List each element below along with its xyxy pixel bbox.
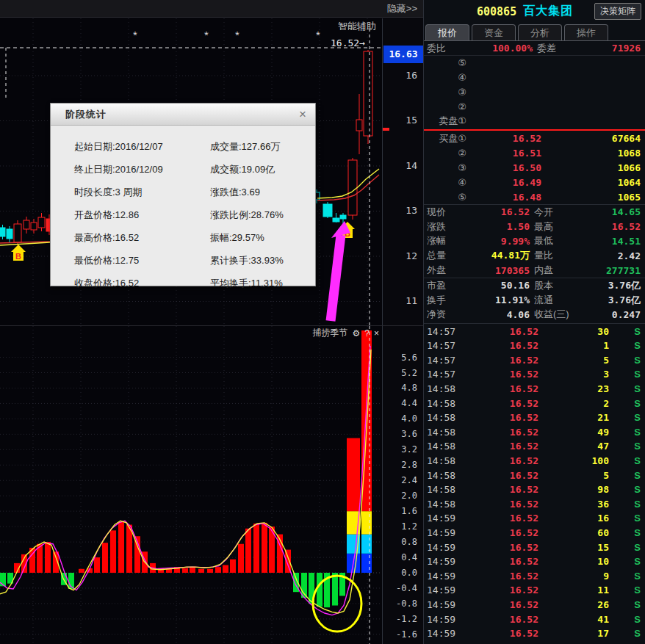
dialog-stat-right: 振幅:29.57% bbox=[210, 231, 264, 245]
stat-label: 涨跌 bbox=[427, 220, 462, 234]
trade-side: S bbox=[609, 556, 641, 567]
stat-label: 外盘 bbox=[427, 264, 462, 277]
trade-row[interactable]: 14:5916.5241S bbox=[424, 612, 645, 626]
trade-time: 14:58 bbox=[427, 470, 461, 481]
trade-time: 14:58 bbox=[427, 398, 461, 409]
trade-row[interactable]: 14:5916.5226S bbox=[424, 598, 645, 612]
dialog-stat-right: 涨跌值:3.69 bbox=[210, 186, 260, 199]
trade-volume: 36 bbox=[538, 499, 609, 510]
trade-row[interactable]: 14:5816.5223S bbox=[424, 382, 645, 397]
trade-row[interactable]: 14:5916.5260S bbox=[424, 526, 645, 540]
oscillator-axis-label: 1.6 bbox=[401, 506, 417, 516]
trade-row[interactable]: 14:5716.525S bbox=[424, 353, 645, 368]
trade-row[interactable]: 14:5816.522S bbox=[424, 396, 645, 410]
price-axis-label: 14 bbox=[406, 160, 417, 171]
trade-row[interactable]: 14:5716.521S bbox=[424, 339, 645, 353]
trade-price: 16.52 bbox=[461, 398, 538, 409]
trade-price: 16.52 bbox=[461, 556, 538, 567]
trade-row[interactable]: 14:5816.5247S bbox=[424, 439, 645, 454]
oscillator-axis-label: 0.8 bbox=[401, 537, 417, 547]
oscillator-panel[interactable]: 捕捞季节 ⚙ ? × bbox=[0, 325, 382, 644]
trade-volume: 11 bbox=[538, 585, 609, 596]
trade-row[interactable]: 14:5916.529S bbox=[424, 568, 645, 583]
stat-row: 总量44.81万量比2.42 bbox=[424, 248, 645, 263]
trade-row[interactable]: 14:5816.5221S bbox=[424, 410, 645, 425]
level-volume: 1065 bbox=[541, 192, 641, 203]
dialog-close-icon[interactable]: × bbox=[299, 108, 306, 120]
dialog-stat-left: 收盘价格:16.52 bbox=[74, 277, 210, 290]
trade-side: S bbox=[609, 571, 641, 582]
weicha-value: 71926 bbox=[577, 43, 641, 54]
trade-time: 14:58 bbox=[427, 427, 461, 438]
level-label: ④ bbox=[427, 177, 466, 188]
trade-side: S bbox=[609, 614, 641, 625]
dialog-stat-left: 开盘价格:12.86 bbox=[74, 209, 210, 222]
trade-row[interactable]: 14:5916.5216S bbox=[424, 511, 645, 526]
bid-line-axis-tick bbox=[383, 128, 389, 131]
trade-row[interactable]: 14:5716.523S bbox=[424, 367, 645, 382]
tab-资金[interactable]: 资金 bbox=[472, 24, 516, 40]
dialog-stat-left: 终止日期:2016/12/09 bbox=[74, 163, 210, 176]
trade-volume: 49 bbox=[538, 427, 609, 438]
tab-分析[interactable]: 分析 bbox=[518, 24, 562, 40]
stat-label: 量比 bbox=[530, 249, 583, 262]
event-asterisk: * bbox=[204, 29, 209, 41]
bid-level-row: 买盘①16.5267664 bbox=[424, 131, 645, 146]
trade-row[interactable]: 14:5816.5298S bbox=[424, 482, 645, 497]
level-volume: 1066 bbox=[541, 162, 641, 173]
stat-value: 3.76亿 bbox=[583, 279, 641, 292]
ask-level-row: ④ bbox=[424, 70, 645, 85]
trade-row[interactable]: 14:5916.5217S bbox=[424, 626, 645, 641]
trade-side: S bbox=[609, 455, 641, 466]
hide-panel-button[interactable]: 隐藏>> bbox=[387, 2, 417, 15]
time-and-sales[interactable]: 14:5716.5230S14:5716.521S14:5716.525S14:… bbox=[424, 324, 645, 640]
stat-label: 股本 bbox=[530, 279, 583, 292]
price-axis-label: 12 bbox=[406, 250, 417, 261]
trade-side: S bbox=[609, 628, 641, 639]
level-volume: 67664 bbox=[541, 133, 641, 144]
trade-volume: 9 bbox=[538, 571, 609, 582]
level-label: ② bbox=[427, 148, 466, 159]
trade-row[interactable]: 14:5816.52100S bbox=[424, 454, 645, 468]
trade-row[interactable]: 14:5916.5215S bbox=[424, 540, 645, 554]
trade-row[interactable]: 14:5916.5210S bbox=[424, 554, 645, 569]
stat-label: 净资 bbox=[427, 308, 462, 321]
stat-value: 44.81万 bbox=[462, 249, 530, 262]
stat-value: 1.50 bbox=[462, 221, 530, 232]
price-stats: 现价16.52今开14.65涨跌1.50最高16.52涨幅9.99%最低14.5… bbox=[424, 205, 645, 278]
trade-row[interactable]: 14:5716.5230S bbox=[424, 324, 645, 339]
oscillator-axis-label: -1.2 bbox=[396, 614, 417, 624]
trade-price: 16.52 bbox=[461, 470, 538, 481]
dialog-stat-row: 时段长度:3 周期涨跌值:3.69 bbox=[74, 181, 308, 203]
quote-panel: 600865 百大集团 决策矩阵 报价资金分析操作 委比 100.00% 委差 … bbox=[423, 0, 645, 644]
dialog-titlebar[interactable]: 阶段统计 × bbox=[51, 104, 315, 126]
indicator-close-icon[interactable]: × bbox=[374, 328, 379, 339]
trade-side: S bbox=[609, 542, 641, 553]
trade-row[interactable]: 14:5816.5236S bbox=[424, 496, 645, 511]
oscillator-axis-label: -1.6 bbox=[396, 629, 417, 640]
stat-row: 涨幅9.99%最低14.51 bbox=[424, 234, 645, 249]
trade-side: S bbox=[609, 470, 641, 481]
trade-volume: 5 bbox=[538, 355, 609, 366]
trade-price: 16.52 bbox=[461, 571, 538, 582]
weicha-label: 委差 bbox=[533, 42, 577, 55]
tab-报价[interactable]: 报价 bbox=[425, 24, 469, 40]
bid-level-row: ②16.511068 bbox=[424, 146, 645, 161]
stat-label: 内盘 bbox=[530, 264, 583, 277]
indicator-help-icon[interactable]: ? bbox=[364, 328, 370, 339]
trade-row[interactable]: 14:5816.525S bbox=[424, 468, 645, 482]
trade-row[interactable]: 14:5816.5249S bbox=[424, 425, 645, 440]
tab-操作[interactable]: 操作 bbox=[564, 24, 608, 40]
dialog-stat-left: 时段长度:3 周期 bbox=[74, 186, 210, 199]
indicator-settings-icon[interactable]: ⚙ bbox=[353, 328, 361, 339]
quote-header: 600865 百大集团 决策矩阵 bbox=[424, 0, 645, 23]
trade-volume: 10 bbox=[538, 556, 609, 567]
ask-level-row: ⑤ bbox=[424, 56, 645, 70]
trade-volume: 30 bbox=[538, 326, 609, 337]
trade-side: S bbox=[609, 484, 641, 495]
trade-row[interactable]: 14:5916.5211S bbox=[424, 583, 645, 598]
level-label: ② bbox=[427, 101, 466, 112]
oscillator-header: 捕捞季节 ⚙ ? × bbox=[313, 327, 379, 339]
trade-side: S bbox=[609, 441, 641, 452]
decision-matrix-button[interactable]: 决策矩阵 bbox=[594, 3, 641, 20]
